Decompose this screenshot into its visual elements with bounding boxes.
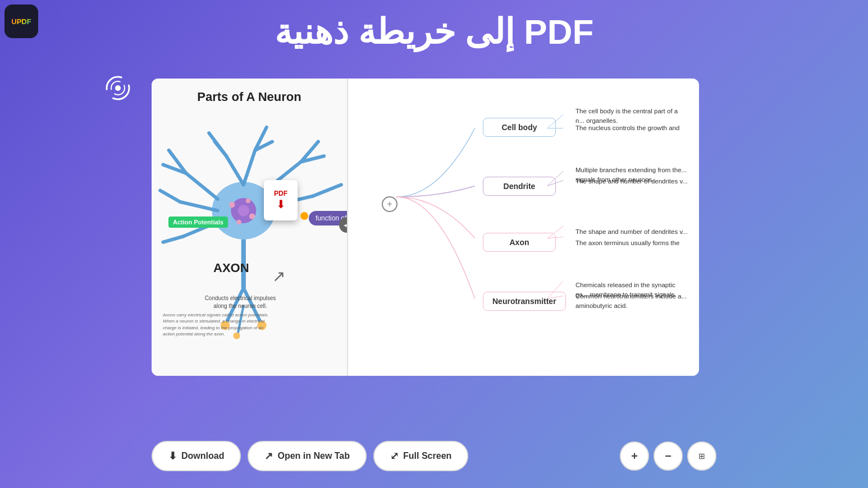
axon-desc: Conducts electrical impulses along the n… — [201, 294, 280, 310]
neuron-area: Action Potentials AXON Conducts electric… — [152, 107, 347, 343]
expand-button[interactable]: + — [382, 196, 398, 212]
svg-point-24 — [229, 202, 235, 208]
pdf-label: PDF — [274, 190, 287, 197]
desc-axon-2: The axon terminus usually forms the — [575, 238, 679, 248]
neuron-title: Parts of A Neuron — [152, 79, 347, 107]
desc-axon-1: The shape and number of dendrites v... — [575, 227, 688, 237]
full-screen-button[interactable]: ⤢ Full Screen — [373, 441, 468, 471]
download-icon: ⬇ — [168, 450, 177, 462]
zoom-out-button[interactable]: − — [654, 441, 683, 471]
svg-point-26 — [236, 220, 241, 224]
right-panel: + Cell body Dendrite Axon Neurotransmitt… — [348, 79, 699, 376]
desc-neuro-2: Common neurotransmitters include a... am… — [575, 292, 688, 311]
desc-cell-body-2: The nucleus controls the growth and — [575, 123, 679, 133]
zoom-in-button[interactable]: + — [620, 441, 649, 471]
node-cell-body[interactable]: Cell body — [483, 118, 556, 137]
content-wrapper: Parts of A Neuron — [152, 79, 699, 376]
node-neurotransmitter[interactable]: Neurotransmitter — [483, 292, 566, 311]
node-axon[interactable]: Axon — [483, 233, 556, 252]
pdf-overlay: PDF ⬇ — [264, 180, 298, 220]
svg-point-5 — [238, 205, 249, 216]
pdf-download-arrow-icon: ⬇ — [276, 197, 286, 211]
updf-logo: UPDF — [4, 4, 38, 38]
svg-line-21 — [163, 236, 183, 242]
bottom-toolbar: ⬇ Download ↗ Open in New Tab ⤢ Full Scre… — [0, 441, 868, 471]
node-dendrite[interactable]: Dendrite — [483, 177, 556, 196]
axon-notes: Axons carry electrical signals called ac… — [163, 312, 275, 337]
action-potentials-badge: Action Potentials — [168, 217, 228, 228]
svg-point-27 — [246, 199, 250, 203]
page-title: PDF إلى خريطة ذهنية — [0, 0, 868, 53]
axon-label: AXON — [213, 261, 249, 275]
svg-point-2 — [115, 85, 121, 91]
spinner-icon — [104, 74, 132, 102]
full-screen-icon: ⤢ — [390, 450, 399, 462]
svg-line-23 — [313, 185, 341, 196]
svg-line-8 — [215, 142, 226, 156]
tooltip-dot — [300, 212, 308, 220]
svg-line-15 — [186, 173, 217, 199]
toolbar-left: ⬇ Download ↗ Open in New Tab ⤢ Full Scre… — [152, 441, 468, 471]
svg-point-25 — [249, 214, 255, 219]
open-in-new-tab-button[interactable]: ↗ Open in New Tab — [248, 441, 367, 471]
left-panel: Parts of A Neuron — [152, 79, 348, 376]
svg-line-6 — [226, 156, 244, 185]
svg-line-9 — [244, 150, 255, 185]
download-button[interactable]: ⬇ Download — [152, 441, 241, 471]
svg-line-19 — [160, 191, 180, 202]
svg-line-18 — [180, 202, 218, 210]
toolbar-right: + − ⊞ — [620, 441, 716, 471]
desc-dendrite-2: The shape and number of dendrites v... — [575, 177, 688, 186]
fit-screen-icon: ⊞ — [698, 452, 705, 461]
logo-text: UPDF — [11, 17, 31, 26]
arrow-annotation: ↗ — [272, 267, 285, 286]
mind-map: + Cell body Dendrite Axon Neurotransmitt… — [359, 90, 688, 365]
external-link-icon: ↗ — [264, 450, 273, 462]
fit-screen-button[interactable]: ⊞ — [687, 441, 716, 471]
